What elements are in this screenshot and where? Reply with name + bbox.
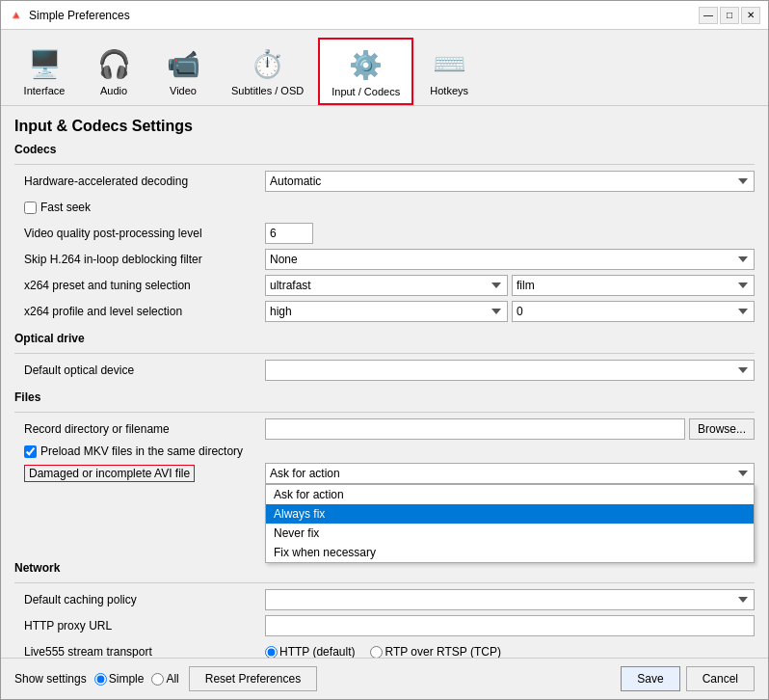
avi-option-always-fix[interactable]: Always fix — [266, 504, 754, 524]
tab-audio[interactable]: 🎧 Audio — [80, 38, 147, 105]
section-optical-header: Optical drive — [14, 332, 755, 347]
minimize-button[interactable]: — — [699, 7, 718, 24]
input-codecs-icon: ⚙️ — [347, 45, 385, 84]
cancel-button[interactable]: Cancel — [686, 666, 755, 691]
avi-option-never-fix[interactable]: Never fix — [266, 524, 754, 543]
video-quality-input[interactable] — [265, 223, 313, 244]
show-simple-radio[interactable] — [94, 673, 107, 686]
content-area: Codecs Hardware-accelerated decoding Aut… — [1, 143, 768, 658]
x264-preset-row: x264 preset and tuning selection ultrafa… — [24, 275, 755, 296]
show-settings-label: Show settings — [14, 672, 87, 686]
live555-row: Live555 stream transport HTTP (default) … — [24, 641, 755, 658]
live555-label: Live555 stream transport — [24, 645, 265, 658]
tab-subtitles[interactable]: ⏱️ Subtitles / OSD — [219, 38, 316, 105]
preload-mkv-row: Preload MKV files in the same directory — [24, 444, 755, 458]
tab-interface[interactable]: 🖥️ Interface — [11, 38, 78, 105]
title-bar-left: 🔺 Simple Preferences — [9, 9, 130, 22]
damaged-avi-select[interactable]: Ask for action — [265, 463, 755, 484]
close-button[interactable]: ✕ — [741, 7, 760, 24]
hw-decoding-label: Hardware-accelerated decoding — [24, 175, 265, 188]
caching-policy-select[interactable] — [265, 589, 755, 610]
hw-decoding-control: Automatic — [265, 171, 755, 192]
live555-http-radio[interactable] — [265, 646, 278, 659]
footer: Show settings Simple All Reset Preferenc… — [1, 658, 768, 699]
x264-preset-select[interactable]: ultrafast superfast veryfast faster fast… — [265, 275, 508, 296]
preload-mkv-checkbox[interactable] — [24, 445, 37, 458]
show-all-radio[interactable] — [151, 673, 164, 686]
fast-seek-label: Fast seek — [40, 201, 91, 214]
maximize-button[interactable]: □ — [720, 7, 739, 24]
http-proxy-control — [265, 615, 755, 636]
section-network: Network Default caching policy HTTP prox… — [14, 561, 755, 658]
damaged-avi-label-container: Damaged or incomplete AVI file — [24, 465, 265, 482]
section-files-body: Record directory or filename Browse... P… — [14, 418, 755, 484]
video-quality-label: Video quality post-processing level — [24, 227, 265, 240]
x264-profile-select[interactable]: high baseline main — [265, 301, 508, 322]
skip-h264-select[interactable]: None Nonref Bidir Nonkey All — [265, 249, 755, 270]
default-device-row: Default optical device — [24, 360, 755, 381]
browse-button[interactable]: Browse... — [689, 418, 755, 440]
x264-profile-control: high baseline main 0 1 — [265, 301, 755, 322]
title-bar: 🔺 Simple Preferences — □ ✕ — [1, 1, 768, 30]
live555-rtsp-radio[interactable] — [370, 646, 383, 659]
section-codecs-header: Codecs — [14, 143, 755, 158]
avi-option-fix-when[interactable]: Fix when necessary — [266, 543, 754, 562]
show-simple-label[interactable]: Simple — [94, 672, 145, 686]
default-device-select[interactable] — [265, 360, 755, 381]
x264-preset-control: ultrafast superfast veryfast faster fast… — [265, 275, 755, 296]
skip-h264-label: Skip H.264 in-loop deblocking filter — [24, 253, 265, 266]
caching-policy-label: Default caching policy — [24, 593, 265, 606]
main-window: 🔺 Simple Preferences — □ ✕ 🖥️ Interface … — [0, 0, 769, 700]
footer-left: Show settings Simple All Reset Preferenc… — [14, 666, 317, 691]
section-optical: Optical drive Default optical device — [14, 332, 755, 381]
fast-seek-row: Fast seek — [24, 197, 755, 218]
tab-input-codecs-label: Input / Codecs — [331, 86, 400, 97]
hw-decoding-select[interactable]: Automatic — [265, 171, 755, 192]
caching-policy-row: Default caching policy — [24, 589, 755, 610]
preload-mkv-label: Preload MKV files in the same directory — [40, 444, 243, 458]
record-dir-row: Record directory or filename Browse... — [24, 418, 755, 440]
show-all-label[interactable]: All — [151, 672, 178, 686]
tab-audio-label: Audio — [100, 85, 127, 96]
tab-hotkeys[interactable]: ⌨️ Hotkeys — [415, 38, 483, 105]
tab-subtitles-label: Subtitles / OSD — [231, 85, 304, 96]
section-optical-body: Default optical device — [14, 360, 755, 381]
hotkeys-icon: ⌨️ — [430, 44, 468, 83]
record-dir-control: Browse... — [265, 418, 755, 440]
damaged-avi-dropdown-popup: Ask for action Always fix Never fix Fix … — [265, 484, 755, 563]
reset-preferences-button[interactable]: Reset Preferences — [189, 666, 317, 691]
live555-rtsp-text: RTP over RTSP (TCP) — [384, 645, 500, 658]
tab-video[interactable]: 📹 Video — [149, 38, 217, 105]
section-files: Files Record directory or filename Brows… — [14, 390, 755, 484]
avi-option-ask[interactable]: Ask for action — [266, 485, 754, 504]
show-simple-text: Simple — [109, 672, 145, 686]
x264-tuning-select[interactable]: film animation grain — [512, 275, 755, 296]
http-proxy-row: HTTP proxy URL — [24, 615, 755, 636]
default-device-control — [265, 360, 755, 381]
section-network-body: Default caching policy HTTP proxy URL — [14, 589, 755, 658]
x264-profile-row: x264 profile and level selection high ba… — [24, 301, 755, 322]
section-codecs: Codecs Hardware-accelerated decoding Aut… — [14, 143, 755, 322]
video-quality-row: Video quality post-processing level — [24, 223, 755, 244]
tab-input-codecs[interactable]: ⚙️ Input / Codecs — [318, 38, 413, 105]
nav-tabs: 🖥️ Interface 🎧 Audio 📹 Video ⏱️ Subtitle… — [1, 30, 768, 106]
damaged-avi-row: Damaged or incomplete AVI file Ask for a… — [24, 463, 755, 484]
interface-icon: 🖥️ — [25, 44, 64, 83]
live555-http-label[interactable]: HTTP (default) — [265, 645, 355, 658]
x264-profile-label: x264 profile and level selection — [24, 305, 265, 318]
record-dir-input[interactable] — [265, 418, 685, 440]
video-quality-control — [265, 223, 755, 244]
section-codecs-body: Hardware-accelerated decoding Automatic … — [14, 171, 755, 322]
live555-http-text: HTTP (default) — [279, 645, 355, 658]
show-all-text: All — [166, 672, 178, 686]
subtitles-icon: ⏱️ — [249, 44, 287, 83]
http-proxy-input[interactable] — [265, 615, 755, 636]
default-device-label: Default optical device — [24, 363, 265, 377]
x264-preset-label: x264 preset and tuning selection — [24, 279, 265, 292]
live555-rtsp-label[interactable]: RTP over RTSP (TCP) — [370, 645, 500, 658]
page-title: Input & Codecs Settings — [1, 106, 768, 143]
http-proxy-label: HTTP proxy URL — [24, 619, 265, 633]
fast-seek-checkbox[interactable] — [24, 202, 37, 214]
x264-level-select[interactable]: 0 1 — [512, 301, 755, 322]
save-button[interactable]: Save — [621, 666, 679, 691]
